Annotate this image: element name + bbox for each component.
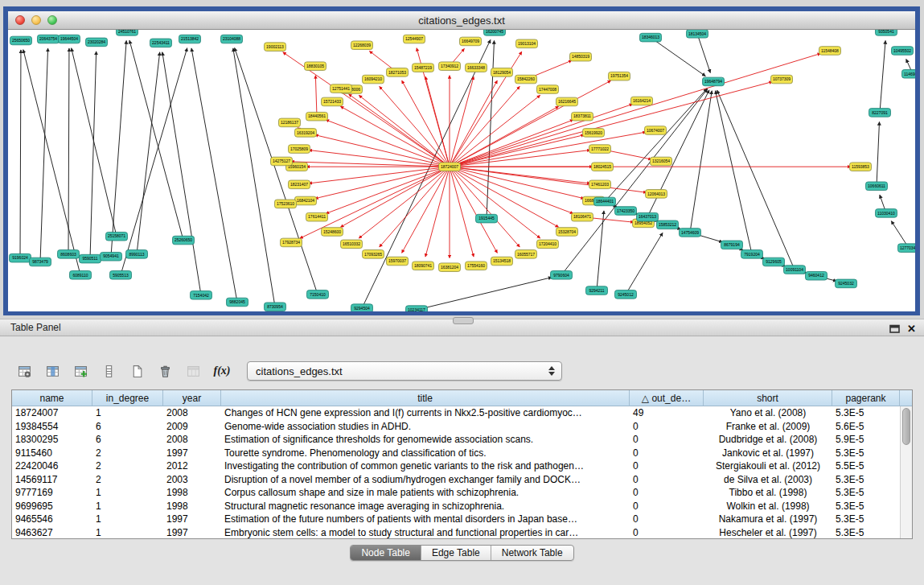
graph-node[interactable]: 21513842	[179, 35, 201, 43]
graph-node[interactable]: 16633348	[466, 64, 487, 72]
graph-node[interactable]: 9054941	[101, 252, 122, 261]
graph-node[interactable]: 22543411	[150, 39, 172, 47]
graph-node[interactable]: 8730954	[265, 303, 286, 311]
table-row[interactable]: 1938455462009Genome-wide association stu…	[12, 420, 900, 434]
graph-node[interactable]: 16319204	[295, 129, 317, 138]
graph-node[interactable]: 12770345	[898, 244, 916, 253]
table-scrollbar[interactable]	[900, 406, 912, 538]
table-row[interactable]: 2242004622012Investigating the contribut…	[12, 459, 900, 473]
minimize-button[interactable]	[31, 15, 41, 25]
graph-node[interactable]: 11593853	[850, 163, 872, 171]
table-row[interactable]: 1872400712008Changes of HCN gene express…	[12, 406, 900, 420]
graph-node[interactable]: 9460412	[806, 271, 827, 280]
graph-node[interactable]: 5905513	[110, 271, 132, 280]
graph-node[interactable]: 17204410	[537, 240, 559, 249]
table-scrollbar-thumb[interactable]	[902, 408, 910, 445]
table-row[interactable]: 1456911722003Disruption of a novel membe…	[12, 473, 900, 487]
graph-node[interactable]: 18129054	[491, 68, 513, 77]
graph-node[interactable]: 18106471	[572, 212, 593, 221]
graph-node[interactable]: 9873479	[30, 257, 51, 266]
float-panel-button[interactable]	[889, 324, 900, 333]
graph-node[interactable]: 18231407	[289, 180, 310, 189]
graph-node[interactable]: 8227091	[869, 109, 891, 117]
graph-node[interactable]: 17093265	[363, 250, 384, 259]
graph-node[interactable]: 17554160	[466, 262, 487, 270]
graph-node[interactable]: 9245012	[615, 290, 637, 299]
graph-node[interactable]: 9590511	[80, 254, 101, 263]
graph-node[interactable]: 17461203	[589, 180, 611, 189]
graph-node[interactable]: 9294504	[351, 304, 373, 311]
graph-node[interactable]: 16381204	[439, 263, 461, 272]
graph-node[interactable]: 14275127	[271, 157, 293, 166]
graph-node[interactable]: 8679194	[721, 241, 743, 249]
graph-node[interactable]: 16510332	[341, 240, 363, 249]
edit-columns-button[interactable]	[68, 360, 93, 382]
graph-node[interactable]: 25650650	[10, 36, 32, 45]
graph-node[interactable]: 18724007	[439, 163, 461, 171]
graph-node[interactable]: 18373811	[572, 112, 593, 121]
graph-node[interactable]: 17340912	[439, 62, 461, 71]
graph-node[interactable]: 15328704	[556, 228, 578, 237]
graph-node[interactable]: 10091104	[784, 266, 806, 274]
column-settings-button[interactable]	[11, 360, 37, 382]
import-table-button[interactable]	[180, 360, 206, 382]
graph-node[interactable]: 10737309	[771, 75, 793, 84]
close-button[interactable]	[15, 15, 25, 25]
graph-node[interactable]: 7919204	[741, 250, 763, 259]
zoom-button[interactable]	[47, 15, 57, 25]
graph-node[interactable]: 16200745	[484, 30, 506, 35]
graph-node[interactable]: 11469064	[902, 70, 916, 79]
column-header-3[interactable]: title	[221, 390, 630, 406]
window-titlebar[interactable]: citations_edges.txt	[8, 11, 915, 30]
graph-node[interactable]: 14850319	[570, 52, 592, 61]
graph-node[interactable]: 10495502	[892, 47, 914, 56]
graph-node[interactable]: 17447008	[537, 85, 559, 94]
graph-node[interactable]: 1915445	[476, 214, 498, 223]
graph-node[interactable]: 18271053	[387, 68, 409, 77]
graph-node[interactable]: 12544907	[404, 35, 425, 43]
graph-node[interactable]: 18134504	[687, 30, 708, 38]
select-columns-button[interactable]	[39, 360, 65, 382]
graph-node[interactable]: 10674007	[645, 126, 667, 135]
graph-node[interactable]: 20643754	[38, 35, 60, 43]
tab-node-table[interactable]: Node Table	[351, 546, 421, 560]
table-row[interactable]: 946362711997Embryonic stem cells: a mode…	[12, 526, 900, 540]
close-panel-icon[interactable]: ✕	[907, 323, 916, 334]
column-header-6[interactable]: pagerank	[832, 390, 900, 406]
column-header-4[interactable]: △ out_de…	[630, 390, 704, 406]
graph-node[interactable]: 17423350	[615, 207, 637, 216]
graph-node[interactable]: 18440561	[306, 112, 328, 121]
graph-node[interactable]: 16437013	[637, 212, 659, 221]
column-header-1[interactable]: in_degree	[92, 390, 163, 406]
graph-node[interactable]: 16842104	[295, 196, 317, 205]
graph-node[interactable]: 23104088	[221, 35, 243, 43]
graph-node[interactable]: 15970037	[387, 257, 409, 266]
table-row[interactable]: 946554611997Estimation of the future num…	[12, 513, 900, 526]
graph-node[interactable]: 12268039	[351, 41, 373, 50]
table-row[interactable]: 1830029562008Estimation of significance …	[12, 433, 900, 447]
graph-node[interactable]: 18346013	[640, 33, 662, 42]
network-canvas[interactable]: 1872400718024515174612031668442118106471…	[8, 30, 915, 311]
graph-node[interactable]: 14754609	[680, 229, 701, 237]
graph-node[interactable]: 18024515	[592, 163, 614, 171]
graph-node[interactable]: 24510761	[117, 30, 138, 35]
function-builder-button[interactable]: f(x)	[208, 360, 236, 382]
graph-node[interactable]: 15853212	[657, 220, 679, 229]
tab-network-table[interactable]: Network Table	[491, 546, 573, 560]
graph-node[interactable]: 16094210	[363, 75, 384, 84]
graph-node[interactable]: 15721433	[322, 97, 343, 106]
graph-node[interactable]: 15134518	[491, 257, 513, 266]
column-header-0[interactable]: name	[12, 390, 92, 406]
graph-node[interactable]: 11548408	[819, 47, 841, 56]
graph-node[interactable]: 7150410	[307, 290, 329, 299]
graph-node[interactable]: 17614411	[306, 212, 328, 221]
delete-column-button[interactable]	[152, 360, 178, 382]
graph-node[interactable]: 18644401	[594, 197, 616, 206]
table-row[interactable]: 911546021997Tourette syndrome. Phenomeno…	[12, 447, 900, 460]
table-row[interactable]: 977716911998Corpus callosum shape and si…	[12, 486, 900, 500]
graph-node[interactable]: 19648794	[703, 77, 725, 86]
graph-node[interactable]: 15619920	[583, 129, 605, 138]
graph-node[interactable]: 15248600	[322, 228, 343, 237]
column-header-5[interactable]: short	[704, 390, 832, 406]
graph-node[interactable]: 12751441	[331, 84, 352, 93]
